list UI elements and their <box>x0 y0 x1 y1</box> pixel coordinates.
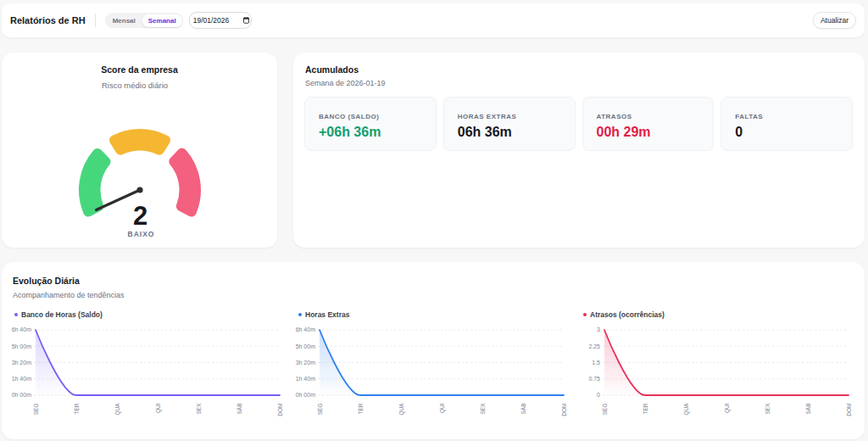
svg-text:6h 40m: 6h 40m <box>296 327 316 332</box>
svg-text:3: 3 <box>597 327 600 332</box>
svg-text:QUI: QUI <box>439 403 446 413</box>
svg-text:SEG: SEG <box>602 404 608 416</box>
svg-text:SEX: SEX <box>196 403 202 415</box>
svg-text:1.5: 1.5 <box>592 360 600 366</box>
svg-text:DOM: DOM <box>846 404 852 416</box>
svg-text:QUA: QUA <box>683 403 690 416</box>
svg-text:DOM: DOM <box>277 404 283 416</box>
svg-text:SÁB: SÁB <box>236 404 242 415</box>
svg-text:SEG: SEG <box>317 404 323 416</box>
svg-text:SÁB: SÁB <box>520 404 526 415</box>
svg-text:3h 20m: 3h 20m <box>296 360 316 366</box>
svg-text:SÁB: SÁB <box>804 404 811 415</box>
svg-text:0h 00m: 0h 00m <box>296 392 316 398</box>
svg-text:5h 00m: 5h 00m <box>296 343 316 349</box>
svg-text:0h 00m: 0h 00m <box>12 392 32 398</box>
svg-text:5h 00m: 5h 00m <box>12 343 32 349</box>
svg-text:0.75: 0.75 <box>588 376 600 382</box>
svg-text:TER: TER <box>74 403 80 414</box>
svg-text:6h 40m: 6h 40m <box>12 327 32 332</box>
svg-text:1h 40m: 1h 40m <box>296 376 316 382</box>
svg-text:TER: TER <box>358 403 364 414</box>
svg-text:QUA: QUA <box>398 403 405 416</box>
svg-text:SEG: SEG <box>33 404 39 416</box>
svg-text:SEX: SEX <box>480 403 486 415</box>
svg-text:TER: TER <box>643 403 648 414</box>
svg-text:DOM: DOM <box>561 404 567 416</box>
svg-text:0: 0 <box>597 392 600 398</box>
svg-text:1h 40m: 1h 40m <box>12 376 32 382</box>
svg-text:QUI: QUI <box>155 403 162 413</box>
svg-text:SEX: SEX <box>765 403 771 415</box>
svg-text:QUA: QUA <box>114 403 121 416</box>
svg-text:QUI: QUI <box>724 403 731 413</box>
svg-text:3h 20m: 3h 20m <box>12 360 32 366</box>
svg-text:2.25: 2.25 <box>588 343 600 349</box>
